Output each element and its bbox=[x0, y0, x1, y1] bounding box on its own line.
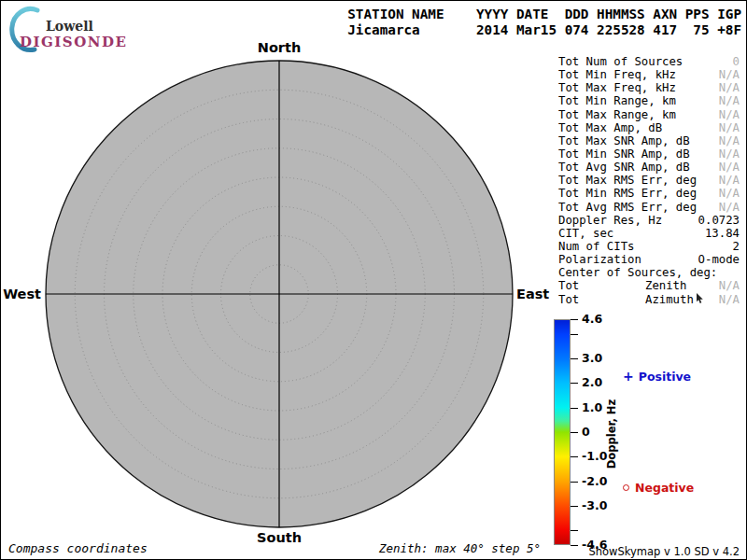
stat-row: Tot Num of Sources0 bbox=[558, 55, 740, 68]
stat-label: Tot Max Freq, kHz bbox=[558, 81, 676, 94]
colorbar-tick-label: -1.0 bbox=[582, 449, 607, 463]
circle-marker-icon bbox=[623, 484, 629, 491]
stat-label: Tot Num of Sources bbox=[558, 55, 683, 68]
colorbar-tick bbox=[571, 408, 578, 409]
stat-value: N/A bbox=[719, 161, 740, 174]
colorbar-tick bbox=[571, 530, 578, 531]
colorbar-tick bbox=[571, 319, 578, 320]
legend-negative: Negative bbox=[623, 481, 694, 495]
stat-row: Tot Min Freq, kHzN/A bbox=[558, 68, 740, 81]
colorbar-tick bbox=[571, 482, 578, 483]
stat-value: N/A bbox=[719, 187, 740, 200]
colorbar-tick bbox=[571, 432, 578, 433]
stat-value: 13.84 bbox=[705, 227, 740, 240]
colorbar-tick bbox=[571, 456, 578, 457]
stat-row: TotZenithN/A bbox=[558, 279, 740, 292]
stat-row: CIT, sec13.84 bbox=[558, 227, 740, 240]
colorbar-tick-label: -3.0 bbox=[582, 498, 607, 512]
stat-value: N/A bbox=[719, 68, 740, 81]
stat-value: N/A bbox=[719, 279, 740, 292]
colorbar-tick-label: 1.0 bbox=[582, 400, 602, 414]
stat-label: Doppler Res, Hz bbox=[558, 214, 662, 227]
stat-row: Tot Max SNR Amp, dBN/A bbox=[558, 134, 740, 147]
stat-row: Tot Min Range, kmN/A bbox=[558, 94, 740, 107]
stat-value: 2 bbox=[733, 240, 740, 253]
stat-sublabel: Azimuth bbox=[645, 293, 694, 306]
stat-value: N/A bbox=[719, 134, 740, 147]
stat-label: Tot Max RMS Err, deg bbox=[558, 174, 697, 187]
stat-label: Tot Min Range, km bbox=[558, 94, 676, 107]
stat-label: Center of Sources, deg: bbox=[558, 266, 717, 279]
compass-label-south: South bbox=[257, 530, 302, 545]
stat-value: 0.0723 bbox=[698, 214, 740, 227]
stat-label: Num of CITs bbox=[558, 240, 634, 253]
version-label: ShowSkymap v 1.0 SD v 4.2 bbox=[588, 545, 740, 558]
stat-value: N/A bbox=[719, 293, 740, 306]
colorbar-tick bbox=[571, 506, 578, 507]
stat-row: PolarizationO-mode bbox=[558, 253, 740, 266]
doppler-colorbar: 4.63.02.01.00-1.0-2.0-3.0-4.6 bbox=[554, 319, 638, 545]
plus-marker-icon: + bbox=[623, 369, 634, 384]
stat-label: CIT, sec bbox=[558, 227, 613, 240]
stat-label: Tot Avg SNR Amp, dB bbox=[558, 161, 690, 174]
stat-value: N/A bbox=[719, 108, 740, 121]
stat-row: Tot Min RMS Err, degN/A bbox=[558, 187, 740, 200]
stat-value: N/A bbox=[719, 174, 740, 187]
stat-row: Num of CITs2 bbox=[558, 240, 740, 253]
colorbar-gradient bbox=[554, 319, 571, 545]
colorbar-tick bbox=[571, 383, 578, 384]
colorbar-tick-label: 3.0 bbox=[582, 351, 602, 365]
stat-label: Polarization bbox=[558, 253, 641, 266]
stat-label: Tot Min Freq, kHz bbox=[558, 68, 676, 81]
colorbar-title: Doppler, Hz bbox=[605, 378, 618, 490]
stat-row: Tot Max Amp, dBN/A bbox=[558, 121, 740, 134]
showskymap-window: Lowell DIGISONDE STATION NAME YYYY DATE … bbox=[0, 0, 747, 560]
stat-row: Doppler Res, Hz0.0723 bbox=[558, 214, 740, 227]
stat-row: Tot Max Freq, kHzN/A bbox=[558, 81, 740, 94]
stat-label: Tot Min RMS Err, deg bbox=[558, 187, 697, 200]
stat-value: N/A bbox=[719, 121, 740, 134]
colorbar-tick bbox=[571, 545, 578, 546]
stat-value: N/A bbox=[719, 94, 740, 107]
legend-positive: +Positive bbox=[623, 369, 691, 384]
stat-label: Tot Min SNR Amp, dB bbox=[558, 147, 690, 161]
colorbar-tick-label: -2.0 bbox=[582, 474, 607, 488]
stat-value: N/A bbox=[719, 81, 740, 94]
stat-value: N/A bbox=[719, 201, 740, 214]
stat-label: Tot Max Range, km bbox=[558, 108, 676, 121]
compass-label-east: East bbox=[516, 287, 549, 301]
logo-lowell-text: Lowell bbox=[46, 19, 93, 34]
stat-label: Tot Max SNR Amp, dB bbox=[558, 134, 690, 147]
coordinate-system-label: Compass coordinates bbox=[8, 541, 148, 555]
stat-label: Tot Avg RMS Err, deg bbox=[558, 201, 697, 214]
stat-value: N/A bbox=[719, 147, 740, 161]
logo-digisonde-text: DIGISONDE bbox=[20, 34, 127, 50]
station-header: STATION NAME YYYY DATE DDD HHMMSS AXN PP… bbox=[347, 7, 741, 37]
stat-value: 0 bbox=[733, 55, 740, 68]
colorbar-tick bbox=[571, 358, 578, 359]
mouse-cursor-icon bbox=[696, 293, 705, 304]
stats-panel: Tot Num of Sources0Tot Min Freq, kHzN/AT… bbox=[558, 55, 740, 306]
stat-sublabel: Zenith bbox=[645, 279, 686, 292]
compass-label-west: West bbox=[1, 287, 41, 301]
compass-label-north: North bbox=[258, 40, 302, 55]
station-header-columns: STATION NAME YYYY DATE DDD HHMMSS AXN PP… bbox=[347, 7, 741, 21]
zenith-scale-label: Zenith: max 40° step 5° bbox=[379, 541, 541, 555]
digisonde-logo: Lowell DIGISONDE bbox=[8, 5, 233, 53]
stat-row: Tot Min SNR Amp, dBN/A bbox=[558, 147, 740, 161]
legend-positive-label: Positive bbox=[639, 370, 691, 384]
station-header-values: Jicamarca 2014 Mar15 074 225528 417 75 +… bbox=[347, 22, 741, 37]
stat-label: Tot bbox=[558, 293, 579, 306]
colorbar-tick bbox=[571, 334, 578, 335]
stat-row: Center of Sources, deg: bbox=[558, 266, 740, 279]
colorbar-tick-label: 2.0 bbox=[582, 376, 602, 390]
stat-row: Tot Max RMS Err, degN/A bbox=[558, 174, 740, 187]
legend-negative-label: Negative bbox=[635, 481, 694, 495]
stat-row: TotAzimuthN/A bbox=[558, 293, 740, 306]
colorbar-tick-label: 4.6 bbox=[582, 312, 602, 326]
stat-value: O-mode bbox=[698, 253, 740, 266]
stat-row: Tot Avg RMS Err, degN/A bbox=[558, 201, 740, 214]
stat-label: Tot bbox=[558, 279, 579, 292]
colorbar-tick-label: 0 bbox=[582, 425, 590, 439]
stat-label: Tot Max Amp, dB bbox=[558, 121, 662, 134]
